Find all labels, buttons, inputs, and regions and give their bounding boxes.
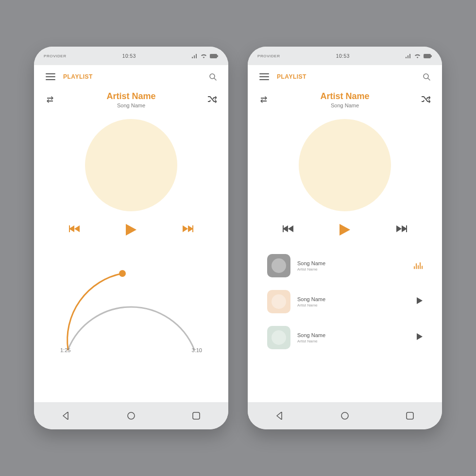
nav-recent-icon[interactable] bbox=[192, 412, 200, 420]
phone-playlist: PROVIDER 10:53 PLAYLIST Artist Name Song… bbox=[248, 47, 442, 429]
previous-button[interactable] bbox=[283, 225, 293, 234]
nav-back-icon[interactable] bbox=[276, 412, 284, 420]
svg-rect-27 bbox=[283, 225, 284, 232]
track-title: Song Name bbox=[297, 332, 325, 338]
battery-icon bbox=[210, 54, 219, 58]
status-bar: PROVIDER 10:53 bbox=[248, 47, 442, 65]
battery-icon bbox=[424, 54, 432, 58]
status-bar: PROVIDER 10:53 bbox=[34, 47, 228, 65]
screen-title: PLAYLIST bbox=[63, 73, 93, 80]
shuffle-icon[interactable] bbox=[208, 96, 217, 103]
menu-icon[interactable] bbox=[259, 73, 269, 80]
list-item[interactable]: Song Name Artist Name bbox=[267, 326, 423, 349]
now-playing-info: Artist Name Song Name bbox=[248, 83, 442, 211]
now-playing-info: Artist Name Song Name bbox=[34, 83, 228, 211]
track-thumb bbox=[267, 254, 290, 277]
svg-rect-4 bbox=[69, 225, 70, 232]
track-thumb bbox=[267, 326, 290, 349]
track-thumb bbox=[267, 290, 290, 313]
app-header: PLAYLIST bbox=[248, 65, 442, 83]
svg-rect-1 bbox=[217, 55, 218, 57]
nav-home-icon[interactable] bbox=[127, 411, 136, 420]
carrier-label: PROVIDER bbox=[257, 54, 280, 58]
now-playing-indicator-icon bbox=[414, 262, 423, 269]
list-item[interactable]: Song Name Artist Name bbox=[267, 290, 423, 313]
next-button[interactable] bbox=[183, 225, 193, 234]
search-icon[interactable] bbox=[423, 73, 430, 81]
screen-title: PLAYLIST bbox=[277, 73, 306, 80]
track-artist: Artist Name bbox=[297, 303, 325, 307]
time-total: 3:10 bbox=[192, 347, 202, 353]
track-artist: Artist Name bbox=[297, 339, 325, 343]
search-icon[interactable] bbox=[209, 73, 217, 81]
track-title: Song Name bbox=[297, 296, 325, 302]
carrier-label: PROVIDER bbox=[44, 54, 67, 58]
svg-point-29 bbox=[341, 412, 348, 419]
progress-thumb[interactable] bbox=[119, 270, 126, 277]
svg-rect-22 bbox=[193, 412, 200, 419]
signal-icon bbox=[406, 54, 411, 58]
svg-point-21 bbox=[128, 412, 135, 419]
play-button[interactable] bbox=[126, 224, 136, 236]
list-item[interactable]: Song Name Artist Name bbox=[267, 254, 423, 277]
song-name: Song Name bbox=[46, 102, 217, 108]
transport-controls bbox=[34, 211, 228, 240]
status-icons bbox=[192, 53, 219, 58]
album-art bbox=[85, 119, 177, 211]
svg-rect-23 bbox=[424, 54, 431, 58]
status-icons bbox=[406, 53, 432, 58]
album-art bbox=[299, 119, 391, 211]
progress-visualizer: 1:25 3:10 bbox=[34, 240, 228, 367]
menu-icon[interactable] bbox=[46, 73, 55, 80]
play-button[interactable] bbox=[340, 224, 350, 236]
track-title: Song Name bbox=[297, 260, 325, 266]
clock: 10:53 bbox=[336, 53, 350, 59]
play-icon[interactable] bbox=[417, 333, 423, 342]
app-header: PLAYLIST bbox=[34, 65, 228, 83]
wifi-icon bbox=[414, 53, 421, 58]
svg-rect-28 bbox=[406, 225, 407, 232]
track-list: Song Name Artist Name Song Name Artist N… bbox=[248, 240, 442, 349]
song-name: Song Name bbox=[259, 102, 430, 108]
repeat-icon[interactable] bbox=[46, 96, 54, 103]
phone-now-playing: PROVIDER 10:53 PLAYLIST Artist Name Song… bbox=[34, 47, 228, 429]
play-icon[interactable] bbox=[417, 297, 423, 306]
next-button[interactable] bbox=[396, 225, 407, 234]
nav-recent-icon[interactable] bbox=[406, 412, 414, 420]
nav-back-icon[interactable] bbox=[62, 412, 70, 420]
svg-line-26 bbox=[428, 78, 430, 80]
svg-rect-5 bbox=[192, 225, 193, 232]
clock: 10:53 bbox=[122, 53, 136, 59]
signal-icon bbox=[192, 54, 198, 58]
shuffle-icon[interactable] bbox=[422, 96, 430, 103]
transport-controls bbox=[248, 211, 442, 240]
previous-button[interactable] bbox=[69, 225, 80, 234]
nav-home-icon[interactable] bbox=[340, 411, 349, 420]
svg-rect-24 bbox=[431, 55, 432, 57]
time-elapsed: 1:25 bbox=[60, 347, 70, 353]
svg-rect-30 bbox=[407, 412, 413, 419]
wifi-icon bbox=[201, 53, 207, 58]
track-artist: Artist Name bbox=[297, 267, 325, 272]
svg-rect-0 bbox=[210, 54, 217, 58]
repeat-icon[interactable] bbox=[259, 96, 268, 103]
android-nav bbox=[248, 402, 442, 429]
android-nav bbox=[34, 402, 228, 429]
svg-line-3 bbox=[214, 78, 216, 80]
